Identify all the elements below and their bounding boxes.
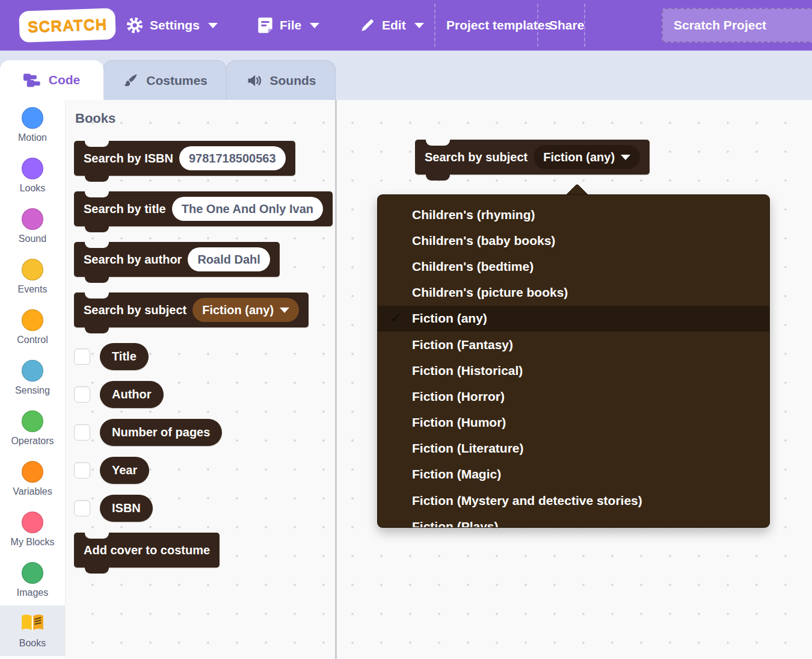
category-color-circle (22, 562, 43, 584)
category-label: Sensing (15, 385, 50, 396)
tab-sounds-label: Sounds (270, 73, 316, 88)
block-tab (85, 226, 109, 232)
gear-icon (126, 17, 143, 34)
settings-menu[interactable]: Settings (126, 0, 218, 51)
category-looks[interactable]: Looks (0, 150, 65, 201)
block-text-input[interactable]: Roald Dahl (188, 247, 269, 271)
palette-heading: Books (75, 111, 335, 126)
subject-dropdown-field[interactable]: Fiction (any) (534, 145, 640, 169)
menu-item-fiction-fantasy[interactable]: Fiction (Fantasy) (378, 332, 769, 357)
script-canvas[interactable]: Search by subject Fiction (any) Children… (337, 100, 812, 659)
menu-item-fiction-mystery-and-detective-stories[interactable]: Fiction (Mystery and detective stories) (378, 487, 769, 513)
project-name-input[interactable]: Scratch Project (662, 8, 812, 43)
menu-item-fiction-historical[interactable]: Fiction (Historical) (378, 357, 769, 383)
palette-block-search-by-author[interactable]: Search by authorRoald Dahl (74, 242, 280, 277)
palette-reporter-isbn[interactable]: ISBN (100, 495, 153, 522)
scratch-logo[interactable]: SCRATCH (19, 8, 116, 43)
menu-item-fiction-literature[interactable]: Fiction (Literature) (378, 436, 769, 462)
category-color-circle (22, 309, 43, 331)
category-motion[interactable]: Motion (0, 100, 65, 150)
tab-sounds[interactable]: Sounds (226, 60, 336, 100)
monitor-checkbox-author[interactable] (74, 386, 90, 403)
category-label: Control (17, 335, 48, 345)
category-color-circle (22, 461, 43, 483)
category-control[interactable]: Control (0, 302, 65, 353)
palette-block-search-by-title[interactable]: Search by titleThe One And Only Ivan (74, 191, 333, 226)
block-text-input[interactable]: 9781718500563 (179, 146, 286, 170)
edit-label: Edit (382, 18, 406, 32)
palette-block-search-by-subject[interactable]: Search by subjectFiction (any) (74, 292, 309, 327)
file-menu[interactable]: File (257, 0, 319, 51)
tab-code[interactable]: Code (0, 60, 103, 100)
chevron-down-icon (310, 23, 319, 28)
pencil-icon (360, 17, 375, 33)
monitor-checkbox-isbn[interactable] (74, 500, 90, 516)
category-label: My Blocks (11, 537, 55, 548)
monitor-checkbox-year[interactable] (74, 462, 90, 478)
block-palette: Books Search by ISBN9781718500563Search … (65, 100, 335, 659)
chevron-down-icon (414, 23, 424, 28)
monitor-checkbox-number-of-pages[interactable] (74, 424, 90, 441)
category-operators[interactable]: Operators (0, 403, 65, 454)
block-category-sidebar: MotionLooksSoundEventsControlSensingOper… (0, 100, 66, 659)
category-events[interactable]: Events (0, 252, 65, 302)
menu-item-fiction-humor[interactable]: Fiction (Humor) (378, 410, 769, 436)
paintbrush-icon (122, 72, 139, 89)
toolbar-divider (584, 4, 585, 47)
tab-code-label: Code (49, 73, 81, 87)
category-label: Variables (13, 486, 52, 497)
category-sound[interactable]: Sound (0, 201, 65, 252)
block-label: Search by author (84, 253, 182, 267)
palette-reporter-number-of-pages[interactable]: Number of pages (100, 419, 222, 446)
canvas-search-by-subject-block[interactable]: Search by subject Fiction (any) (415, 140, 650, 175)
palette-block-search-by-isbn[interactable]: Search by ISBN9781718500563 (74, 141, 295, 176)
category-images[interactable]: Images (0, 555, 65, 605)
category-books[interactable]: Books (0, 605, 65, 656)
monitor-checkbox-title[interactable] (74, 348, 90, 365)
category-label: Looks (20, 183, 46, 194)
toolbar-divider (537, 4, 538, 47)
menu-item-fiction-plays[interactable]: Fiction (Plays) (378, 513, 769, 528)
menu-item-children-s-picture-books[interactable]: Children's (picture books) (378, 280, 769, 306)
category-sensing[interactable]: Sensing (0, 353, 65, 403)
project-templates-button[interactable]: Project templates (446, 0, 552, 51)
menu-item-fiction-horror[interactable]: Fiction (Horror) (378, 383, 769, 409)
code-blocks-icon (23, 72, 42, 88)
category-label: Operators (11, 436, 54, 447)
subject-dropdown-menu: Children's (rhyming)Children's (baby boo… (377, 194, 770, 528)
block-notch (85, 241, 109, 248)
chevron-down-icon (208, 23, 218, 28)
palette-block-add-cover-to-costume[interactable]: Add cover to costume (74, 533, 220, 568)
dropdown-panel: Children's (rhyming)Children's (baby boo… (377, 194, 770, 528)
category-variables[interactable]: Variables (0, 454, 65, 504)
category-label: Motion (18, 132, 47, 143)
block-text-input[interactable]: The One And Only Ivan (172, 197, 323, 221)
category-books-label: Books (19, 638, 46, 649)
palette-reporter-title[interactable]: Title (100, 343, 149, 370)
block-label: Search by subject (425, 150, 527, 164)
block-dropdown-field[interactable]: Fiction (any) (192, 298, 299, 322)
menu-item-children-s-bedtime[interactable]: Children's (bedtime) (378, 253, 769, 279)
tab-costumes[interactable]: Costumes (103, 60, 227, 100)
category-my-blocks[interactable]: My Blocks (0, 504, 65, 555)
palette-reporter-year[interactable]: Year (100, 457, 149, 484)
category-color-circle (22, 512, 43, 533)
block-label: Search by title (84, 202, 166, 216)
palette-reporter-author[interactable]: Author (100, 381, 164, 408)
category-color-circle (22, 158, 43, 179)
menu-item-children-s-rhyming[interactable]: Children's (rhyming) (378, 202, 769, 227)
edit-menu[interactable]: Edit (360, 0, 424, 51)
file-label: File (280, 18, 301, 32)
share-button[interactable]: Share (549, 0, 584, 51)
category-label: Events (18, 284, 48, 295)
block-notch (85, 532, 109, 539)
block-notch (85, 292, 109, 299)
menu-item-fiction-magic[interactable]: Fiction (Magic) (378, 462, 769, 487)
category-color-circle (22, 107, 43, 129)
chevron-down-icon (621, 155, 630, 160)
menu-item-children-s-baby-books[interactable]: Children's (baby books) (378, 227, 769, 253)
toolbar-divider (434, 4, 435, 47)
category-label: Sound (19, 234, 46, 244)
block-notch (85, 191, 109, 197)
menu-item-fiction-any[interactable]: ✓Fiction (any) (378, 306, 769, 332)
